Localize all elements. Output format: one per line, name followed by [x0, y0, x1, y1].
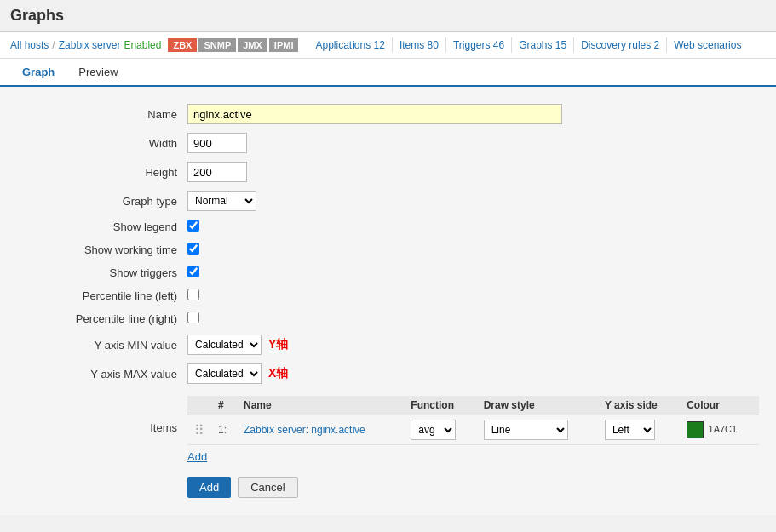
- tag-snmp[interactable]: SNMP: [198, 38, 236, 52]
- nav-triggers[interactable]: Triggers 46: [446, 37, 512, 53]
- draw-style-select[interactable]: Line Filled region Bold line Dot Dashed …: [484, 420, 568, 440]
- save-button[interactable]: Add: [187, 477, 231, 498]
- add-item-link[interactable]: Add: [187, 450, 207, 463]
- form-row-percentile-right: Percentile line (right): [17, 312, 759, 326]
- color-swatch[interactable]: [687, 421, 704, 438]
- tag-ipmi[interactable]: IPMI: [269, 38, 299, 52]
- show-triggers-checkbox[interactable]: [187, 266, 199, 277]
- tab-preview[interactable]: Preview: [66, 59, 129, 85]
- table-row: ⠿ 1: Zabbix server: nginx.active avg min…: [187, 415, 759, 445]
- nav-links: Applications 12 Items 80 Triggers 46 Gra…: [308, 37, 748, 53]
- items-label: Items: [17, 421, 187, 434]
- draw-style-cell: Line Filled region Bold line Dot Dashed …: [477, 415, 598, 445]
- items-table-wrapper: # Name Function Draw style Y axis side C…: [187, 392, 759, 463]
- y-max-label: Y axis MAX value: [17, 368, 187, 380]
- percentile-right-label: Percentile line (right): [17, 312, 187, 325]
- percentile-right-control: [187, 312, 759, 326]
- color-hex-label: 1A7C1: [709, 424, 738, 434]
- form-row-width: Width: [17, 133, 759, 153]
- width-input[interactable]: [187, 133, 247, 153]
- nav-applications[interactable]: Applications 12: [308, 37, 392, 53]
- col-function: Function: [404, 396, 476, 415]
- percentile-left-control: [187, 289, 759, 303]
- function-select[interactable]: avg min max all last: [411, 420, 456, 440]
- y-axis-side-select[interactable]: Left Right: [605, 420, 655, 440]
- col-draw-style: Draw style: [477, 396, 598, 415]
- tag-bar: ZBX SNMP JMX IPMI: [168, 38, 298, 52]
- form-row-graph-type: Graph type Normal Stacked Pie Exploded: [17, 191, 759, 211]
- items-header-row: Items # Name Function Draw style Y axis …: [17, 392, 759, 463]
- graph-type-label: Graph type: [17, 195, 187, 208]
- page-title: Graphs: [10, 7, 766, 25]
- y-max-select[interactable]: Calculated Fixed Item: [187, 363, 262, 384]
- tag-zbx[interactable]: ZBX: [168, 38, 197, 52]
- y-axis-label: Y轴: [268, 337, 288, 352]
- x-axis-label: X轴: [268, 366, 288, 381]
- name-input[interactable]: [187, 104, 562, 124]
- show-working-time-checkbox[interactable]: [187, 243, 199, 255]
- add-link-wrapper: Add: [187, 450, 759, 463]
- height-input[interactable]: [187, 162, 247, 182]
- nav-web[interactable]: Web scenarios: [667, 37, 748, 53]
- form-row-name: Name: [17, 104, 759, 124]
- show-triggers-label: Show triggers: [17, 266, 187, 279]
- items-table: # Name Function Draw style Y axis side C…: [187, 396, 759, 445]
- col-num: #: [211, 396, 237, 415]
- graph-type-select[interactable]: Normal Stacked Pie Exploded: [187, 191, 256, 211]
- col-colour: Colour: [680, 396, 759, 415]
- col-name: Name: [237, 396, 404, 415]
- content-area: Name Width Height Graph type Normal Stac…: [0, 87, 776, 515]
- function-cell: avg min max all last: [404, 415, 476, 445]
- graph-type-control: Normal Stacked Pie Exploded: [187, 191, 759, 211]
- show-triggers-control: [187, 266, 759, 280]
- name-label: Name: [17, 108, 187, 121]
- breadcrumb-sep1: /: [52, 39, 55, 51]
- height-label: Height: [17, 166, 187, 179]
- width-label: Width: [17, 137, 187, 150]
- breadcrumb-all-hosts[interactable]: All hosts: [10, 39, 49, 51]
- show-working-time-label: Show working time: [17, 243, 187, 256]
- nav-graphs[interactable]: Graphs 15: [512, 37, 574, 53]
- drag-handle-cell: ⠿: [187, 415, 211, 445]
- nav-items[interactable]: Items 80: [393, 37, 446, 53]
- enabled-badge: Enabled: [124, 39, 161, 51]
- cancel-button[interactable]: Cancel: [238, 477, 297, 498]
- form-row-y-max: Y axis MAX value Calculated Fixed Item X…: [17, 363, 759, 384]
- height-control: [187, 162, 759, 182]
- colour-cell: 1A7C1: [680, 415, 759, 445]
- show-legend-label: Show legend: [17, 220, 187, 233]
- nav-discovery[interactable]: Discovery rules 2: [574, 37, 667, 53]
- row-num: 1:: [211, 415, 237, 445]
- form-row-height: Height: [17, 162, 759, 182]
- form-row-show-triggers: Show triggers: [17, 266, 759, 280]
- form-row-show-working-time: Show working time: [17, 243, 759, 257]
- y-min-select[interactable]: Calculated Fixed Item: [187, 335, 262, 355]
- percentile-right-checkbox[interactable]: [187, 312, 199, 323]
- item-name-cell: Zabbix server: nginx.active: [237, 415, 404, 445]
- form-buttons: Add Cancel: [17, 477, 759, 498]
- col-y-axis-side: Y axis side: [598, 396, 680, 415]
- percentile-left-label: Percentile line (left): [17, 289, 187, 302]
- tab-graph[interactable]: Graph: [10, 59, 66, 87]
- form-row-show-legend: Show legend: [17, 220, 759, 234]
- width-control: [187, 133, 759, 153]
- percentile-left-checkbox[interactable]: [187, 289, 199, 300]
- form-row-y-min: Y axis MIN value Calculated Fixed Item Y…: [17, 335, 759, 355]
- show-working-time-control: [187, 243, 759, 257]
- col-drag: [187, 396, 211, 415]
- tabs-bar: Graph Preview: [0, 59, 776, 87]
- form-row-percentile-left: Percentile line (left): [17, 289, 759, 303]
- show-legend-control: [187, 220, 759, 234]
- show-legend-checkbox[interactable]: [187, 220, 199, 232]
- y-max-control: Calculated Fixed Item X轴: [187, 363, 759, 384]
- drag-handle-icon[interactable]: ⠿: [194, 423, 204, 438]
- breadcrumb-zabbix-server[interactable]: Zabbix server: [59, 39, 121, 51]
- y-min-control: Calculated Fixed Item Y轴: [187, 335, 759, 355]
- y-axis-side-cell: Left Right: [598, 415, 680, 445]
- item-name-link[interactable]: Zabbix server: nginx.active: [244, 424, 365, 436]
- name-control: [187, 104, 759, 124]
- y-min-label: Y axis MIN value: [17, 339, 187, 352]
- tag-jmx[interactable]: JMX: [238, 38, 267, 52]
